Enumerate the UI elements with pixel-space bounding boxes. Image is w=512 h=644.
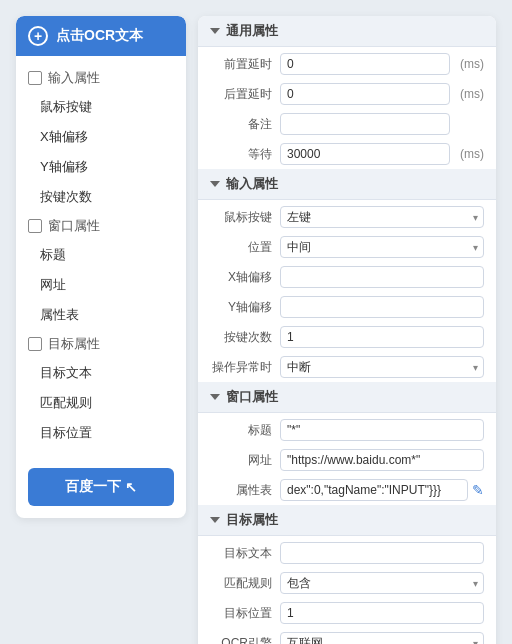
menu-item-target-text[interactable]: 目标文本 — [16, 358, 186, 388]
label-win-title: 标题 — [210, 422, 280, 439]
right-panel: 通用属性 前置延时 (ms) 后置延时 (ms) 备注 等待 (ms) 输入属性… — [198, 16, 496, 644]
left-menu: 输入属性 鼠标按键 X轴偏移 Y轴偏移 按键次数 窗口属性 标题 网址 属性表 … — [16, 56, 186, 456]
select-wrap-position: 中间左上右下 ▾ — [280, 236, 484, 258]
input-pre-delay[interactable] — [280, 53, 450, 75]
section-title-general: 通用属性 — [226, 22, 278, 40]
section-arrow-general — [210, 28, 220, 34]
left-button-label: 百度一下 — [65, 478, 121, 496]
label-target-pos: 目标位置 — [210, 605, 280, 622]
select-match-rule[interactable]: 包含等于开头 — [280, 572, 484, 594]
group-name-target: 目标属性 — [48, 335, 100, 353]
row-attr-table: 属性表 dex":0,"tagName":"INPUT"}}} ✎ — [198, 475, 496, 505]
left-action-button[interactable]: 百度一下 ↖ — [28, 468, 174, 506]
label-ocr-engine: OCR引擎 — [210, 635, 280, 645]
label-match-rule: 匹配规则 — [210, 575, 280, 592]
row-ocr-engine: OCR引擎 互联网本地 ▾ — [198, 628, 496, 644]
left-cursor-icon: ↖ — [125, 479, 137, 495]
section-title-input: 输入属性 — [226, 175, 278, 193]
row-remark: 备注 — [198, 109, 496, 139]
row-error-action: 操作异常时 中断忽略重试 ▾ — [198, 352, 496, 382]
row-pre-delay: 前置延时 (ms) — [198, 49, 496, 79]
section-header-input: 输入属性 — [198, 169, 496, 200]
input-x-offset[interactable] — [280, 266, 484, 288]
menu-item-mouse-key[interactable]: 鼠标按键 — [16, 92, 186, 122]
row-wait: 等待 (ms) — [198, 139, 496, 169]
section-header-window: 窗口属性 — [198, 382, 496, 413]
menu-item-attr-table[interactable]: 属性表 — [16, 300, 186, 330]
group-icon-input — [28, 71, 42, 85]
left-title: 点击OCR文本 — [56, 27, 143, 45]
input-wait[interactable] — [280, 143, 450, 165]
group-label-target: 目标属性 — [16, 330, 186, 358]
label-error-action: 操作异常时 — [210, 359, 280, 376]
label-mouse-btn: 鼠标按键 — [210, 209, 280, 226]
attr-table-value: dex":0,"tagName":"INPUT"}}} — [280, 479, 468, 501]
label-wait: 等待 — [210, 146, 280, 163]
section-arrow-input — [210, 181, 220, 187]
input-key-count[interactable] — [280, 326, 484, 348]
edit-icon[interactable]: ✎ — [472, 482, 484, 498]
select-wrap-ocr-engine: 互联网本地 ▾ — [280, 632, 484, 644]
select-ocr-engine[interactable]: 互联网本地 — [280, 632, 484, 644]
unit-wait: (ms) — [456, 147, 484, 161]
label-win-url: 网址 — [210, 452, 280, 469]
row-win-title: 标题 — [198, 415, 496, 445]
menu-item-y-offset[interactable]: Y轴偏移 — [16, 152, 186, 182]
section-arrow-target — [210, 517, 220, 523]
input-post-delay[interactable] — [280, 83, 450, 105]
select-wrap-mouse-btn: 左键右键中键 ▾ — [280, 206, 484, 228]
menu-item-url[interactable]: 网址 — [16, 270, 186, 300]
group-label-window: 窗口属性 — [16, 212, 186, 240]
input-target-text[interactable] — [280, 542, 484, 564]
input-y-offset[interactable] — [280, 296, 484, 318]
section-header-target: 目标属性 — [198, 505, 496, 536]
label-attr-table: 属性表 — [210, 482, 280, 499]
select-mouse-btn[interactable]: 左键右键中键 — [280, 206, 484, 228]
section-title-window: 窗口属性 — [226, 388, 278, 406]
group-label-input: 输入属性 — [16, 64, 186, 92]
label-x-offset: X轴偏移 — [210, 269, 280, 286]
row-x-offset: X轴偏移 — [198, 262, 496, 292]
select-error-action[interactable]: 中断忽略重试 — [280, 356, 484, 378]
left-header: 点击OCR文本 — [16, 16, 186, 56]
label-key-count: 按键次数 — [210, 329, 280, 346]
input-win-title[interactable] — [280, 419, 484, 441]
label-position: 位置 — [210, 239, 280, 256]
label-target-text: 目标文本 — [210, 545, 280, 562]
row-target-pos: 目标位置 — [198, 598, 496, 628]
label-y-offset: Y轴偏移 — [210, 299, 280, 316]
select-wrap-match-rule: 包含等于开头 ▾ — [280, 572, 484, 594]
input-target-pos[interactable] — [280, 602, 484, 624]
menu-item-target-pos[interactable]: 目标位置 — [16, 418, 186, 448]
input-win-url[interactable] — [280, 449, 484, 471]
unit-pre-delay: (ms) — [456, 57, 484, 71]
group-name-window: 窗口属性 — [48, 217, 100, 235]
row-win-url: 网址 — [198, 445, 496, 475]
row-mouse-btn: 鼠标按键 左键右键中键 ▾ — [198, 202, 496, 232]
section-title-target: 目标属性 — [226, 511, 278, 529]
select-position[interactable]: 中间左上右下 — [280, 236, 484, 258]
menu-item-key-count[interactable]: 按键次数 — [16, 182, 186, 212]
section-header-general: 通用属性 — [198, 16, 496, 47]
unit-post-delay: (ms) — [456, 87, 484, 101]
row-match-rule: 匹配规则 包含等于开头 ▾ — [198, 568, 496, 598]
row-key-count: 按键次数 — [198, 322, 496, 352]
row-target-text: 目标文本 — [198, 538, 496, 568]
group-name-input: 输入属性 — [48, 69, 100, 87]
group-icon-window — [28, 219, 42, 233]
input-remark[interactable] — [280, 113, 450, 135]
menu-item-title[interactable]: 标题 — [16, 240, 186, 270]
select-wrap-error-action: 中断忽略重试 ▾ — [280, 356, 484, 378]
row-post-delay: 后置延时 (ms) — [198, 79, 496, 109]
group-icon-target — [28, 337, 42, 351]
crosshair-icon — [28, 26, 48, 46]
left-panel: 点击OCR文本 输入属性 鼠标按键 X轴偏移 Y轴偏移 按键次数 窗口属性 标题… — [16, 16, 186, 518]
label-post-delay: 后置延时 — [210, 86, 280, 103]
label-pre-delay: 前置延时 — [210, 56, 280, 73]
label-remark: 备注 — [210, 116, 280, 133]
menu-item-x-offset[interactable]: X轴偏移 — [16, 122, 186, 152]
section-arrow-window — [210, 394, 220, 400]
row-y-offset: Y轴偏移 — [198, 292, 496, 322]
row-position: 位置 中间左上右下 ▾ — [198, 232, 496, 262]
menu-item-match-rule[interactable]: 匹配规则 — [16, 388, 186, 418]
